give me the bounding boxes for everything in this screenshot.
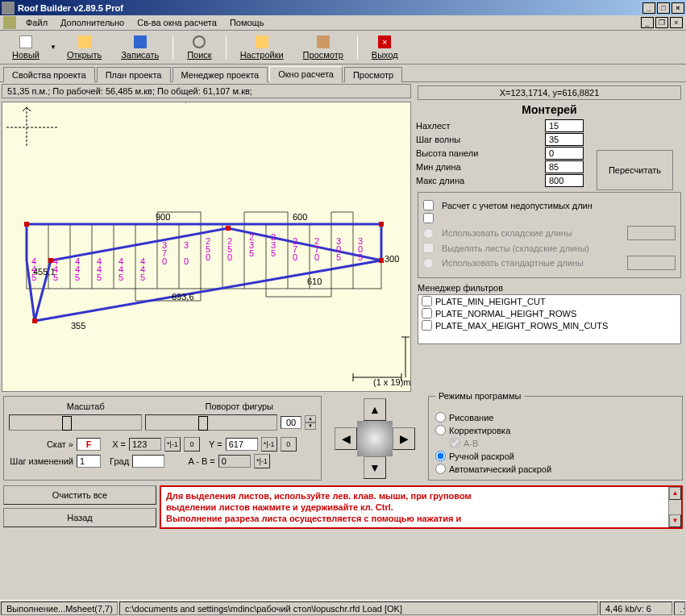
svg-text:7: 7 (184, 102, 189, 105)
svg-line-2 (23, 107, 27, 111)
step-label: Шаг изменений (9, 456, 73, 466)
mdi-minimize-button[interactable]: _ (641, 17, 654, 28)
mode-ab-checkbox (450, 438, 460, 448)
svg-text:693,6: 693,6 (172, 292, 194, 302)
open-icon (78, 35, 91, 48)
tab-project-props[interactable]: Свойства проекта (3, 67, 95, 82)
menu-file[interactable]: Файл (19, 16, 54, 29)
tab-calc-window[interactable]: Окно расчета (269, 66, 343, 82)
svg-rect-26 (379, 222, 384, 227)
svg-text:5: 5 (31, 273, 36, 282)
rotate-slider[interactable] (145, 414, 278, 431)
height-label: Высота панели (416, 148, 545, 158)
open-button[interactable]: Открыть (58, 33, 110, 62)
y-input[interactable] (226, 438, 258, 451)
sub-checkbox[interactable] (423, 213, 434, 223)
mode-manual-radio[interactable] (435, 451, 446, 461)
back-button[interactable]: Назад (3, 508, 156, 527)
maxlen-label: Макс длина (416, 176, 545, 185)
minimize-button[interactable]: _ (642, 2, 655, 14)
scroll-up-button[interactable]: ▲ (669, 487, 681, 500)
svg-text:0: 0 (184, 256, 189, 266)
use-standard-label: Использовать стандартные длины (442, 258, 584, 268)
rotate-label: Поворот фигуры (163, 402, 317, 411)
wave-label: Шаг волны (416, 135, 545, 144)
ab-reset-button[interactable]: *|-1 (254, 454, 270, 468)
svg-text:0: 0 (206, 252, 210, 262)
overlap-value[interactable]: 15 (545, 119, 584, 132)
options-group: Расчет с учетом недопустимых длин Исполь… (418, 192, 681, 278)
mdi-restore-button[interactable]: ❐ (655, 17, 668, 28)
mode-auto-radio[interactable] (435, 464, 446, 474)
y-zero-button[interactable]: 0 (281, 437, 297, 452)
resize-grip[interactable]: ⋰ (674, 601, 685, 615)
tab-preview[interactable]: Просмотр (344, 67, 402, 82)
mode-correct-radio[interactable] (435, 425, 446, 435)
new-dropdown-arrow[interactable]: ▼ (50, 44, 56, 51)
x-reset-button[interactable]: *|-1 (164, 437, 181, 452)
maximize-button[interactable]: □ (657, 2, 670, 14)
hint-scrollbar[interactable]: ▲ ▼ (668, 487, 681, 527)
scroll-down-button[interactable]: ▼ (669, 514, 681, 527)
search-button[interactable]: Поиск (178, 33, 220, 62)
menu-icon (3, 16, 16, 29)
slope-input[interactable] (77, 438, 101, 451)
mode-draw-radio[interactable] (435, 412, 446, 422)
close-button[interactable]: × (671, 2, 684, 14)
nav-right-button[interactable]: ▶ (393, 427, 415, 450)
mode-correct-label: Корректировка (449, 426, 510, 435)
nav-center[interactable] (357, 421, 393, 456)
clear-all-button[interactable]: Очистить все (3, 485, 156, 505)
svg-rect-22 (32, 318, 37, 323)
filter-2-checkbox[interactable] (422, 308, 432, 318)
minlen-value[interactable]: 85 (545, 160, 584, 173)
step-input[interactable] (77, 455, 101, 468)
menu-help[interactable]: Помощь (223, 16, 271, 29)
ab-input[interactable] (218, 455, 251, 468)
tab-project-manager[interactable]: Менеджер проекта (173, 67, 268, 82)
filter-1-checkbox[interactable] (422, 296, 432, 306)
filter-1-label: PLATE_MIN_HEIGHT_CUT (435, 297, 546, 306)
slope-label: Скат » (9, 439, 73, 449)
menu-bar: Файл Дополнительно Св-ва окна расчета По… (0, 15, 686, 31)
rotate-up[interactable]: ▲ (305, 415, 316, 422)
filter-3-checkbox[interactable] (422, 320, 432, 331)
exit-button[interactable]: × Выход (363, 33, 407, 62)
filters-list[interactable]: PLATE_MIN_HEIGHT_CUT PLATE_NORMAL_HEIGHT… (418, 294, 681, 344)
scale-slider[interactable] (9, 414, 142, 431)
nav-down-button[interactable]: ▼ (364, 456, 386, 479)
maxlen-value[interactable]: 800 (545, 174, 584, 187)
svg-text:0: 0 (227, 252, 232, 262)
wave-value[interactable]: 35 (545, 133, 584, 146)
highlight-label: Выделять листы (складские длины) (442, 243, 589, 253)
rotate-input[interactable] (281, 416, 301, 429)
save-button[interactable]: Записать (112, 33, 168, 62)
svg-rect-24 (24, 222, 29, 227)
bad-lengths-checkbox[interactable] (423, 200, 434, 210)
search-icon (193, 35, 206, 48)
view-button[interactable]: Просмотр (294, 33, 352, 62)
nav-up-button[interactable]: ▲ (364, 398, 386, 421)
grad-input[interactable] (132, 455, 164, 468)
x-input[interactable] (129, 438, 161, 451)
settings-button[interactable]: Настройки (231, 33, 293, 62)
toolbar: Новый ▼ Открыть Записать Поиск Настройки… (0, 31, 686, 65)
svg-line-21 (35, 260, 381, 321)
mdi-close-button[interactable]: × (670, 17, 683, 28)
minlen-label: Мин длина (416, 162, 545, 172)
recalculate-button[interactable]: Пересчитать (597, 150, 673, 190)
app-icon (2, 2, 15, 15)
y-reset-button[interactable]: *|-1 (261, 437, 277, 452)
rotate-down[interactable]: ▼ (305, 422, 316, 430)
x-zero-button[interactable]: 0 (184, 437, 200, 452)
menu-additional[interactable]: Дополнительно (54, 16, 131, 29)
svg-text:5: 5 (75, 273, 80, 282)
settings-icon (256, 35, 268, 48)
menu-calc-props[interactable]: Св-ва окна расчета (131, 16, 223, 29)
drawing-canvas[interactable]: 900 600 300 693,6 610 455,1 355 (1 x 19)… (2, 102, 411, 392)
nav-left-button[interactable]: ◀ (335, 427, 357, 450)
new-button[interactable]: Новый (3, 33, 48, 62)
modes-title: Режимы программы (435, 391, 524, 401)
tab-project-plan[interactable]: План проекта (97, 67, 171, 82)
height-value[interactable]: 0 (545, 147, 584, 160)
